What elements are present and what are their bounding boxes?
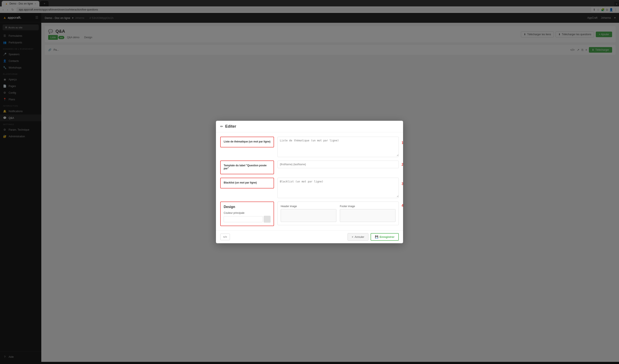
couleur-label: Couleur principale [224,211,271,215]
section-2-wrapper: Template du label "Question posée par" 2 [220,161,399,174]
section-1-wrapper: Liste de thématique (un mot par ligne) 1 [220,137,399,157]
cancel-icon: × [352,235,353,239]
code-btn[interactable]: </> [220,234,230,240]
color-swatch[interactable] [264,216,271,223]
dialog-title: Editer [225,124,236,129]
section-1-textarea-wrapper [278,137,399,157]
section-4-left: Design Couleur principale [220,202,274,226]
design-title: Design [224,205,271,209]
dialog-header: ✏ Editer [216,121,403,132]
section-3-label: Blacklist (un mot par ligne) [224,181,271,184]
section-1-left: Liste de thématique (un mot par ligne) [220,137,274,148]
section-3-wrapper: Blacklist (un mot par ligne) 3 [220,178,399,198]
save-btn[interactable]: 💾 Enregistrer [371,233,399,241]
section-3-textarea-wrapper [278,178,399,198]
footer-image-label: Footer image [340,205,395,208]
image-upload-grid: Header image Footer image [281,205,395,222]
save-label: Enregistrer [380,235,394,239]
section-2-number: 2 [402,163,403,166]
section-2-label: Template du label "Question posée par" [224,164,271,170]
cancel-label: Annuler [355,235,364,239]
header-image-section: Header image [281,205,336,222]
footer-image-section: Footer image [340,205,395,222]
section-3-number: 3 [402,182,403,186]
cancel-btn[interactable]: × Annuler [348,233,368,241]
section-4-right: Header image Footer image [278,202,399,225]
footer-image-upload[interactable] [340,209,395,222]
dialog-overlay: ✏ Editer Liste de thématique (un mot par… [0,0,619,362]
section-2-input-wrapper [278,161,399,168]
section-4-wrapper: Design Couleur principale Header image [220,202,399,226]
section-2-input[interactable] [278,161,399,168]
section-4-number: 4 [402,204,403,208]
section-2-left: Template du label "Question posée par" [220,161,274,174]
color-input-row [224,216,271,223]
header-image-upload[interactable] [281,209,336,222]
footer-actions: × Annuler 💾 Enregistrer [348,233,399,241]
header-image-label: Header image [281,205,336,208]
section-1-number: 1 [402,141,403,145]
dialog-body: Liste de thématique (un mot par ligne) 1… [216,132,403,230]
dialog-edit-icon: ✏ [220,124,223,129]
section-3-left: Blacklist (un mot par ligne) [220,178,274,189]
dialog-footer: </> × Annuler 💾 Enregistrer [216,230,403,243]
color-text-input[interactable] [224,216,263,222]
section-1-label: Liste de thématique (un mot par ligne) [224,140,271,143]
edit-dialog: ✏ Editer Liste de thématique (un mot par… [216,121,403,243]
section-1-textarea[interactable] [278,137,399,156]
section-3-textarea[interactable] [278,178,399,197]
save-icon: 💾 [375,235,378,239]
